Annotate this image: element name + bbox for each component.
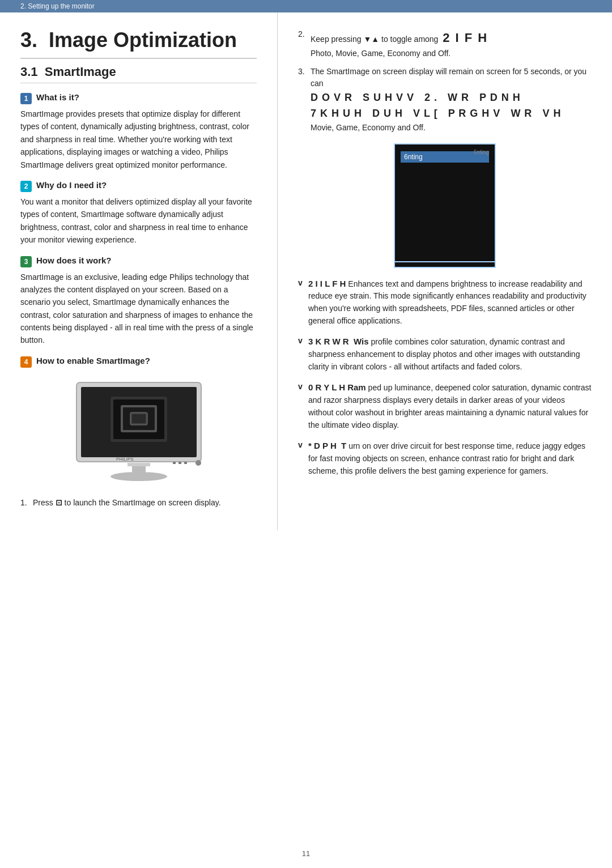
left-column: 3. Image Optimization 3.1 SmartImage 1 W… [0,12,278,530]
badge-item-3: 3 How does it work? [20,256,257,267]
badge-label-2: Why do I need it? [36,180,107,190]
right-step-2-text: Keep pressing ▼▲ to toggle among 2 I F H… [311,28,488,60]
osd-label: 6nting [474,149,489,155]
why-need-it-text: You want a monitor that delivers optimiz… [20,195,257,246]
bullet-text-2: 3 K R W R Wis profile combines color sat… [308,335,592,373]
osd-item-3 [401,176,489,188]
bullet-item-game: v * D P H T urn on over drive circuit fo… [298,439,592,477]
bullet-text-4: * D P H T urn on over drive circuit for … [308,439,592,477]
step-1-text: Press ⊡ to launch the SmartImage on scre… [33,497,221,509]
chapter-name: Image Optimization [49,28,237,52]
right-column: 2. Keep pressing ▼▲ to toggle among 2 I … [278,12,612,530]
right-step-3-num: 3. [298,66,311,78]
badge-2: 2 [20,181,32,192]
svg-rect-2 [128,463,150,466]
badge-4: 4 [20,356,32,368]
step-1-num: 1. [20,497,33,509]
content-area: 3. Image Optimization 3.1 SmartImage 1 W… [0,12,612,530]
bullet-v-2: v [298,335,308,347]
bullet-v-4: v [298,439,308,452]
office-label: 2 I I L F H [308,279,346,288]
svg-rect-13 [173,462,176,464]
monitor-illustration: PHILIPS [60,377,218,490]
chapter-number: 3. [20,28,37,52]
movie-label: 0 R Y L H Ram [308,382,366,392]
bullet-text-1: 2 I I L F H Enhances text and dampens br… [308,277,592,327]
osd-bottom-bar [395,261,495,262]
right-step-2: 2. Keep pressing ▼▲ to toggle among 2 I … [298,28,592,60]
corrupted-line-2: 7 K H U H D U H V L [ P R G H V W R V H [311,108,561,119]
step-1: 1. Press ⊡ to launch the SmartImage on s… [20,497,257,509]
bullet-item-photo: v 3 K R W R Wis profile combines color s… [298,335,592,373]
badge-label-1: What is it? [36,92,79,102]
photo-label: 3 K R W R Wis [308,337,369,346]
badge-label-4: How to enable SmartImage? [36,356,150,365]
corrupted-line-1: D O V R S U H V V 2 . W R P D N H [311,92,521,103]
badge-item-1: 1 What is it? [20,92,257,104]
right-step-2-num: 2. [298,28,311,41]
svg-rect-15 [184,462,187,464]
osd-screenshot: 6nting 6nting [394,143,496,268]
section-name: SmartImage [45,65,116,79]
section-number: 3.1 [20,65,38,79]
page-number: 11 [0,849,612,858]
breadcrumb-text: 2. Setting up the monitor [20,2,95,10]
right-step-3-text: The SmartImage on screen display will re… [311,66,592,134]
osd-item-4 [401,189,489,200]
svg-rect-11 [132,414,146,423]
what-is-it-text: SmartImage provides presets that optimiz… [20,108,257,171]
badge-label-3: How does it work? [36,256,112,265]
svg-point-12 [196,460,201,466]
section-title: 3.1 SmartImage [20,65,257,83]
page-container: 2. Setting up the monitor 3. Image Optim… [0,0,612,868]
badge-1: 1 [20,93,32,104]
bullet-item-office: v 2 I I L F H Enhances text and dampens … [298,277,592,327]
chapter-title: 3. Image Optimization [20,28,257,59]
how-works-text: SmartImage is an exclusive, leading edge… [20,271,257,347]
bullet-item-movie: v 0 R Y L H Ram ped up luminance, deepen… [298,381,592,431]
badge-item-4: 4 How to enable SmartImage? [20,356,257,368]
osd-item-5 [401,201,489,212]
mode-letters: 2 I F H [443,31,488,45]
bullet-text-3: 0 R Y L H Ram ped up luminance, deepened… [308,381,592,431]
svg-rect-14 [178,462,181,464]
bullet-v-1: v [298,277,308,290]
osd-item-2 [401,164,489,175]
badge-item-2: 2 Why do I need it? [20,180,257,192]
breadcrumb: 2. Setting up the monitor [0,0,612,12]
bullet-v-3: v [298,381,308,393]
game-label: * D P H T [308,441,346,450]
badge-3: 3 [20,256,32,267]
svg-point-4 [110,472,167,481]
right-step-3: 3. The SmartImage on screen display will… [298,66,592,134]
svg-text:PHILIPS: PHILIPS [116,457,134,462]
